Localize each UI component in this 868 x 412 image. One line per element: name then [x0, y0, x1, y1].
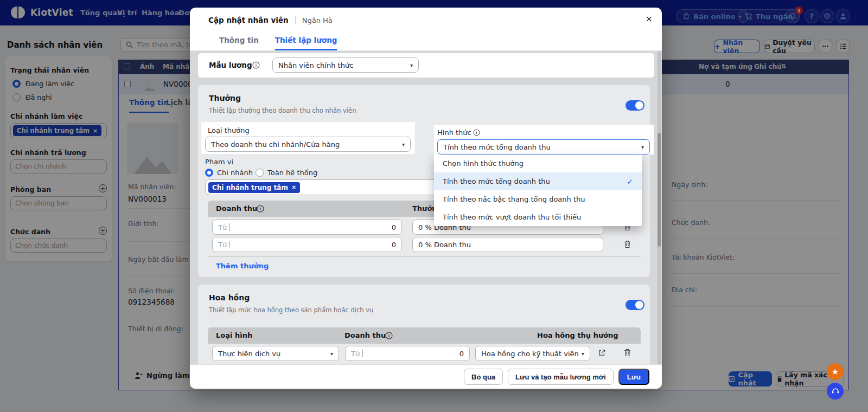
modal-header: Cập nhật nhân viên Ngân Hà × — [190, 8, 662, 33]
external-link-icon[interactable] — [598, 349, 605, 356]
bonus-type-label: Loại thưởng — [208, 126, 250, 134]
commission-toggle[interactable] — [626, 300, 644, 310]
info-icon — [257, 205, 264, 213]
trash-icon[interactable] — [624, 240, 631, 248]
dropdown-arrow-icon: ▾ — [641, 144, 644, 150]
commission-section: Hoa hồng Thiết lập mức hoa hồng theo sản… — [198, 285, 650, 364]
check-icon: ✓ — [627, 177, 633, 186]
bonus-method-dropdown: Chọn hình thức thưởng Tính theo mức tổng… — [434, 154, 642, 226]
revenue-col-label: Doanh thu — [216, 204, 257, 213]
bonus-subtitle: Thiết lập thưởng theo doanh thu cho nhân… — [209, 107, 356, 114]
modal-employee-name: Ngân Hà — [295, 16, 333, 24]
add-bonus-link[interactable]: Thêm thưởng — [216, 262, 269, 270]
modal-tab-thong-tin[interactable]: Thông tin — [219, 33, 259, 50]
commission-from-input[interactable]: Từ 0 — [345, 346, 470, 361]
commission-benefit-select[interactable]: Hoa hồng cho kỹ thuật viên ▾ — [475, 346, 590, 361]
bonus-from-input[interactable]: Từ 0 — [212, 237, 402, 252]
commission-title: Hoa hồng — [209, 293, 250, 302]
type-col-label: Loại hình — [216, 331, 252, 339]
dropdown-option[interactable]: Chọn hình thức thưởng — [434, 154, 642, 172]
info-icon — [473, 129, 480, 136]
bonus-type-box: Loại thưởng Theo doanh thu chi nhánh/Cửa… — [201, 122, 415, 154]
dropdown-option[interactable]: Tính theo mức vượt doanh thu tối thiểu — [434, 208, 642, 226]
skip-button[interactable]: Bỏ qua — [464, 369, 503, 385]
update-employee-modal: Cập nhật nhân viên Ngân Hà × Thông tin T… — [190, 8, 662, 389]
revenue-col-label: Doanh thu — [344, 331, 386, 339]
support-fab[interactable] — [827, 383, 844, 400]
salary-template-select[interactable]: Nhân viên chính thức ▾ — [272, 57, 419, 73]
dropdown-arrow-icon: ▾ — [330, 351, 333, 357]
bonus-value-input[interactable]: 0 % Doanh thu — [412, 237, 603, 252]
modal-footer: Bỏ qua Lưu và tạo mẫu lương mới Lưu — [190, 364, 662, 389]
save-and-create-template-button[interactable]: Lưu và tạo mẫu lương mới — [508, 369, 614, 385]
bonus-toggle[interactable] — [626, 100, 644, 111]
app-stage: KiotViet Tổng quan Vị trí Hàng hóa Đơn h… — [0, 0, 868, 412]
bonus-type-select[interactable]: Theo doanh thu chi nhánh/Cửa hàng ▾ — [205, 137, 411, 152]
bonus-from-input[interactable]: Từ 0 — [212, 220, 402, 235]
scope-toan-he-thong-label[interactable]: Toàn hệ thống — [267, 169, 317, 177]
info-icon — [252, 61, 260, 69]
salary-template-label: Mẫu lương — [209, 61, 252, 69]
close-icon[interactable]: × — [646, 15, 653, 23]
dropdown-arrow-icon: ▾ — [410, 62, 413, 68]
dropdown-arrow-icon: ▾ — [582, 351, 584, 357]
scrollbar-thumb[interactable] — [658, 133, 661, 247]
bonus-branch-tag[interactable]: Chi nhánh trung tâm × — [208, 182, 300, 193]
bonus-method-label: Hình thức — [437, 128, 471, 137]
bonus-title: Thưởng — [209, 94, 241, 102]
salary-template-section: Mẫu lương Nhân viên chính thức ▾ — [198, 53, 654, 78]
dropdown-option[interactable]: Tính theo nấc bậc thang tổng doanh thu — [434, 190, 642, 208]
commission-subtitle: Thiết lập mức hoa hồng theo sản phẩm hoặ… — [209, 306, 373, 314]
dropdown-arrow-icon: ▾ — [402, 141, 405, 147]
rating-fab[interactable]: ★ — [827, 363, 844, 380]
modal-tabs: Thông tin Thiết lập lương — [190, 33, 662, 51]
modal-body: Mẫu lương Nhân viên chính thức ▾ Thưởng … — [190, 51, 662, 364]
modal-title: Cập nhật nhân viên — [208, 16, 289, 24]
tag-close-icon[interactable]: × — [291, 184, 296, 191]
scope-radio-chi-nhanh[interactable] — [205, 169, 213, 177]
support-agent-icon — [831, 387, 840, 396]
benefit-col-label: Hoa hồng thụ hưởng — [537, 331, 618, 339]
save-button[interactable]: Lưu — [618, 369, 649, 385]
modal-scrollbar[interactable] — [658, 51, 661, 364]
dropdown-option-selected[interactable]: Tính theo mức tổng doanh thu ✓ — [434, 172, 642, 190]
commission-type-select[interactable]: Thực hiện dịch vụ ▾ — [212, 346, 339, 361]
modal-tab-thiet-lap-luong[interactable]: Thiết lập lương — [275, 33, 337, 50]
info-icon — [385, 332, 393, 339]
scope-label: Phạm vi — [205, 158, 233, 166]
scope-radio-toan-he-thong[interactable] — [256, 169, 264, 177]
commission-table-header: Loại hình Doanh thu Hoa hồng thụ hưởng — [208, 327, 641, 344]
star-icon: ★ — [832, 367, 839, 377]
trash-icon[interactable] — [624, 349, 631, 357]
bonus-method-select[interactable]: Tính theo mức tổng doanh thu ▾ — [437, 139, 650, 154]
scope-chi-nhanh-label[interactable]: Chi nhánh — [217, 169, 253, 177]
